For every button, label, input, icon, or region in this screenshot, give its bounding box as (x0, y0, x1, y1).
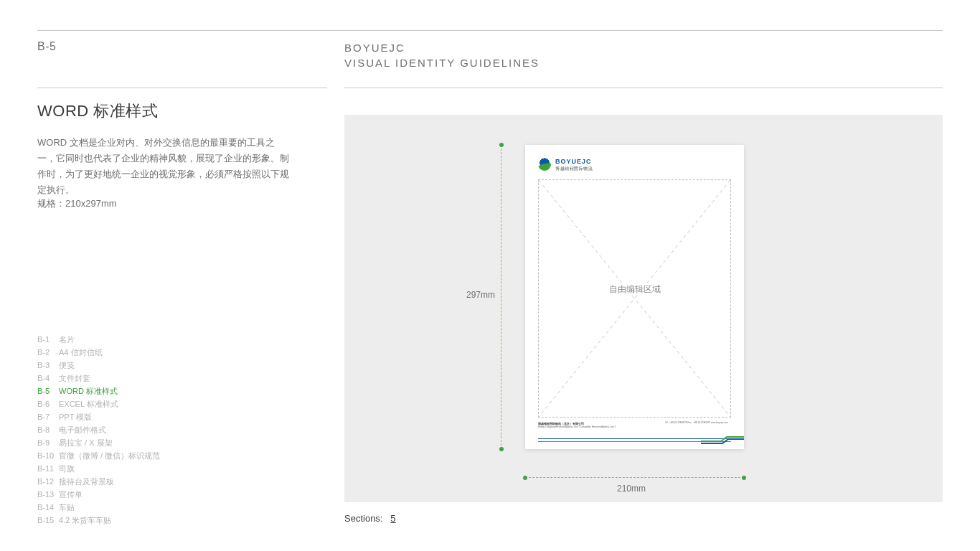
toc-code: B-5 (37, 385, 59, 397)
word-document-mock: BOYUEJC 博越锦程国际物流 自由编辑区域 博越锦程国际物流（北京）有限公司… (525, 145, 744, 449)
toc-label: EXCEL 标准样式 (59, 397, 118, 410)
logo-mark-icon (538, 158, 551, 171)
toc-code: B-9 (37, 436, 59, 449)
toc-row-b-12[interactable]: B-12接待台及背景板 (37, 475, 160, 488)
brand-name: BOYUEJC (344, 40, 540, 55)
sections-count[interactable]: 5 (390, 513, 395, 524)
preview-stage: 297mm 210mm BOYUEJC 博越锦程国际物流 自由编辑区域 (344, 115, 943, 502)
cross-diagonal-icon (539, 180, 730, 417)
mid-divider-right (344, 88, 943, 88)
toc-label: WORD 标准样式 (59, 385, 118, 397)
toc-code: B-7 (37, 410, 59, 423)
toc-label: 4.2 米货车车贴 (59, 514, 111, 527)
top-divider (37, 30, 943, 31)
toc-row-b-3[interactable]: B-3便笺 (37, 359, 160, 372)
toc-label: 文件封套 (59, 372, 90, 385)
dimension-vertical-line (501, 145, 501, 449)
document-footer: 博越锦程国际物流（北京）有限公司 Beijing Chaoyang Reserv… (538, 422, 744, 443)
toc-label: 宣传单 (59, 488, 83, 501)
toc-label: 易拉宝 / X 展架 (59, 436, 113, 449)
page-root: B-5 BOYUEJC VISUAL IDENTITY GUIDELINES W… (0, 0, 980, 551)
toc-row-b-9[interactable]: B-9易拉宝 / X 展架 (37, 436, 160, 449)
toc-row-b-15[interactable]: B-154.2 米货车车贴 (37, 514, 160, 527)
toc-row-b-11[interactable]: B-11司旗 (37, 462, 160, 475)
toc-code: B-4 (37, 372, 59, 385)
sections-indicator: Sections: 5 (344, 513, 396, 524)
logo-text-en: BOYUEJC (555, 159, 593, 165)
toc-code: B-13 (37, 488, 59, 501)
toc-code: B-14 (37, 501, 59, 514)
toc-label: 便笺 (59, 359, 75, 372)
toc-row-b-14[interactable]: B-14车贴 (37, 501, 160, 514)
logo-text-cn: 博越锦程国际物流 (555, 166, 593, 171)
spec-text: 规格：210x297mm (37, 197, 117, 210)
toc-code: B-1 (37, 333, 59, 346)
dimension-height-label: 297mm (466, 290, 495, 300)
toc-row-b-6[interactable]: B-6EXCEL 标准样式 (37, 397, 160, 410)
page-title: WORD 标准样式 (37, 100, 158, 122)
toc-label: 电子邮件格式 (59, 423, 106, 436)
footer-address: Beijing Chaoyang Reserved Address Line 1… (538, 426, 616, 429)
toc-label: A4 信封信纸 (59, 346, 103, 359)
toc-label: 司旗 (59, 462, 75, 475)
header-right: BOYUEJC VISUAL IDENTITY GUIDELINES (344, 40, 540, 70)
toc-label: 名片 (59, 333, 75, 346)
toc-code: B-15 (37, 514, 59, 527)
toc-label: 接待台及背景板 (59, 475, 114, 488)
toc-code: B-6 (37, 397, 59, 410)
dimension-width-label: 210mm (617, 484, 646, 494)
toc-label: 车贴 (59, 501, 75, 514)
toc-code: B-11 (37, 462, 59, 475)
toc-list: B-1名片B-2A4 信封信纸B-3便笺B-4文件封套B-5WORD 标准样式B… (37, 333, 160, 527)
editable-region-label: 自由编辑区域 (606, 283, 664, 295)
toc-code: B-8 (37, 423, 59, 436)
toc-row-b-5[interactable]: B-5WORD 标准样式 (37, 385, 160, 397)
toc-label: PPT 模版 (59, 410, 92, 423)
toc-code: B-12 (37, 475, 59, 488)
toc-row-b-13[interactable]: B-13宣传单 (37, 488, 160, 501)
document-logo: BOYUEJC 博越锦程国际物流 (538, 158, 593, 171)
toc-row-b-8[interactable]: B-8电子邮件格式 (37, 423, 160, 436)
toc-row-b-4[interactable]: B-4文件封套 (37, 372, 160, 385)
mid-divider-left (37, 88, 327, 88)
logo-text: BOYUEJC 博越锦程国际物流 (555, 159, 593, 171)
description-text: WORD 文档是企业对内、对外交换信息的最重要的工具之一，它同时也代表了企业的精… (37, 135, 290, 198)
footer-angle-accent (701, 435, 744, 443)
toc-row-b-7[interactable]: B-7PPT 模版 (37, 410, 160, 423)
toc-label: 官微（微博 / 微信）标识规范 (59, 449, 160, 462)
toc-row-b-2[interactable]: B-2A4 信封信纸 (37, 346, 160, 359)
dimension-horizontal-line (525, 477, 744, 478)
toc-row-b-10[interactable]: B-10官微（微博 / 微信）标识规范 (37, 449, 160, 462)
toc-code: B-2 (37, 346, 59, 359)
footer-contact: Tel：+86-10-12345678 Fax：+86-10-12345679 … (665, 422, 728, 425)
guideline-subtitle: VISUAL IDENTITY GUIDELINES (344, 55, 540, 70)
toc-code: B-10 (37, 449, 59, 462)
toc-row-b-1[interactable]: B-1名片 (37, 333, 160, 346)
toc-code: B-3 (37, 359, 59, 372)
sections-label-text: Sections: (344, 513, 382, 524)
editable-region: 自由编辑区域 (538, 179, 731, 418)
